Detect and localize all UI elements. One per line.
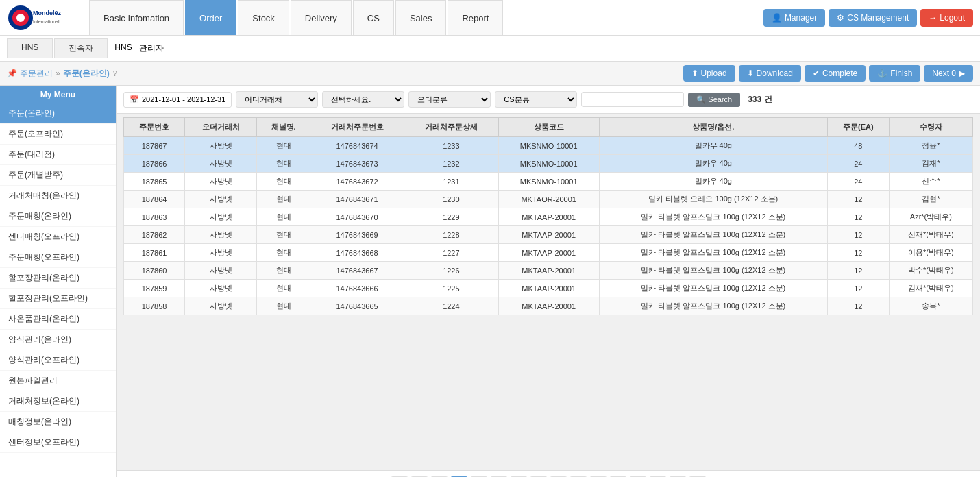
tab-order[interactable]: Order <box>185 0 236 35</box>
select2[interactable]: 선택하세요. <box>322 91 404 108</box>
sidebar-item-order-offline[interactable]: 주문(오프라인) <box>0 124 116 145</box>
sub-user-info: HNS 관리자 <box>114 42 163 54</box>
logout-button[interactable]: → Logout <box>920 9 973 27</box>
sidebar-item-center-info-offline[interactable]: 센터정보(오프라인) <box>0 432 116 453</box>
tab-sales[interactable]: Sales <box>395 0 447 35</box>
table-cell: 신수* <box>889 173 972 191</box>
table-row[interactable]: 187861사방넷현대14768436681227MKTAAP-20001밀카 … <box>124 244 973 262</box>
tab-cs[interactable]: CS <box>353 0 394 35</box>
table-row[interactable]: 187859사방넷현대14768436661225MKTAAP-20001밀카 … <box>124 280 973 297</box>
table-row[interactable]: 187865사방넷현대14768436721231MKSNMO-10001밀카우… <box>124 173 973 191</box>
table-cell: 현대 <box>257 280 310 297</box>
table-cell: 1226 <box>404 262 498 280</box>
sub-hns-label: HNS <box>114 42 132 54</box>
table-cell: MKTAAP-20001 <box>498 262 599 280</box>
sidebar-item-order-individual[interactable]: 주문(개별받주) <box>0 165 116 186</box>
col-order-client: 오더거래처 <box>185 118 257 137</box>
orders-table: 주문번호 오더거래처 채널명. 거래처주문번호 거래처주문상세 상품코드 상품명… <box>123 117 973 315</box>
sidebar-item-order-matching-offline[interactable]: 주문매칭(오프라인) <box>0 247 116 268</box>
table-row[interactable]: 187864사방넷현대14768436711230MKTAOR-20001밀카 … <box>124 191 973 208</box>
cs-type-select[interactable]: CS분류 <box>495 91 577 108</box>
order-client-select[interactable]: 어디거래처전체사방넷 <box>236 91 318 108</box>
sidebar-item-client-info-online[interactable]: 거래처정보(온라인) <box>0 391 116 412</box>
col-client-order-no: 거래처주문번호 <box>310 118 404 137</box>
logo: Mondelēz International <box>7 4 89 32</box>
table-cell: 사방넷 <box>185 280 257 297</box>
table-cell: MKTAAP-20001 <box>498 297 599 315</box>
next-button[interactable]: Next 0 ▶ <box>924 65 973 82</box>
tab-stock[interactable]: Stock <box>238 0 289 35</box>
finish-button[interactable]: ⚓ Finish <box>869 65 920 82</box>
content-area: 📅 2021-12-01 - 2021-12-31 어디거래처전체사방넷 선택하… <box>117 86 980 477</box>
sidebar-item-yangsik-online[interactable]: 양식관리(온라인) <box>0 330 116 350</box>
sidebar-item-saon-online[interactable]: 사온품관리(온라인) <box>0 309 116 330</box>
order-type-select[interactable]: 오더분류 <box>408 91 491 108</box>
sidebar-item-order-matching-online[interactable]: 주문매칭(온라인) <box>0 206 116 227</box>
table-row[interactable]: 187867사방넷현대14768436741233MKSNMO-10001밀카우… <box>124 137 973 155</box>
table-cell: 12 <box>827 297 889 315</box>
tab-basic-info[interactable]: Basic Infomation <box>89 0 184 35</box>
table-cell: 사방넷 <box>185 262 257 280</box>
tab-report[interactable]: Report <box>448 0 503 35</box>
table-header-row: 주문번호 오더거래처 채널명. 거래처주문번호 거래처주문상세 상품코드 상품명… <box>124 118 973 137</box>
sidebar-item-center-matching-offline[interactable]: 센터매칭(오프라인) <box>0 227 116 247</box>
table-cell: 12 <box>827 226 889 244</box>
download-icon: ⬇ <box>747 69 754 78</box>
col-recipient: 수령자 <box>889 118 972 137</box>
upload-button[interactable]: ⬆ Upload <box>683 65 735 82</box>
help-icon[interactable]: ? <box>113 69 117 77</box>
table-cell: 신재*(박태우) <box>889 226 972 244</box>
svg-text:Mondelēz: Mondelēz <box>33 10 62 16</box>
table-row[interactable]: 187862사방넷현대14768436691228MKTAAP-20001밀카 … <box>124 226 973 244</box>
table-cell: 1476843667 <box>310 262 404 280</box>
table-cell: 현대 <box>257 244 310 262</box>
manager-button[interactable]: 👤 Manager <box>763 9 825 27</box>
sidebar-item-order-agency[interactable]: 주문(대리점) <box>0 145 116 165</box>
sidebar-item-order-online[interactable]: 주문(온라인) <box>0 103 116 124</box>
sidebar-item-wonbon-file[interactable]: 원본파일관리 <box>0 371 116 391</box>
search-button[interactable]: 🔍 Search <box>688 93 740 107</box>
table-row[interactable]: 187866사방넷현대14768436731232MKSNMO-10001밀카우… <box>124 155 973 173</box>
col-product-code: 상품코드 <box>498 118 599 137</box>
sidebar-item-matching-info-online[interactable]: 매칭정보(온라인) <box>0 412 116 432</box>
col-channel: 채널명. <box>257 118 310 137</box>
table-cell: 현대 <box>257 137 310 155</box>
upload-icon: ⬆ <box>691 69 698 78</box>
table-row[interactable]: 187858사방넷현대14768436651224MKTAAP-20001밀카 … <box>124 297 973 315</box>
breadcrumb-parent[interactable]: 주문관리 <box>20 68 53 80</box>
sub-tabs: HNS 전속자 <box>7 38 108 58</box>
table-cell: 현대 <box>257 173 310 191</box>
table-cell: 박수*(박태우) <box>889 262 972 280</box>
tab-delivery[interactable]: Delivery <box>291 0 352 35</box>
table-cell: 12 <box>827 191 889 208</box>
breadcrumb-current[interactable]: 주문(온라인) <box>63 68 110 80</box>
sidebar-item-promotion-online[interactable]: 할포장관리(온라인) <box>0 268 116 289</box>
cs-management-button[interactable]: ⚙ CS Management <box>829 9 917 27</box>
table-cell: 187862 <box>124 226 185 244</box>
my-menu-label: My Menu <box>0 86 116 103</box>
sidebar-item-promotion-offline[interactable]: 할포장관리(오프라인) <box>0 289 116 309</box>
table-cell: MKTAAP-20001 <box>498 226 599 244</box>
table-cell: 1227 <box>404 244 498 262</box>
date-range-picker[interactable]: 📅 2021-12-01 - 2021-12-31 <box>123 92 232 108</box>
complete-button[interactable]: ✔ Complete <box>805 65 866 82</box>
sub-tab-hns[interactable]: HNS <box>7 38 53 58</box>
table-row[interactable]: 187860사방넷현대14768436671226MKTAAP-20001밀카 … <box>124 262 973 280</box>
action-buttons: ⬆ Upload ⬇ Download ✔ Complete ⚓ Finish … <box>683 65 973 82</box>
date-range-value: 2021-12-01 - 2021-12-31 <box>142 95 225 103</box>
download-button[interactable]: ⬇ Download <box>739 65 801 82</box>
sidebar-item-client-matching-online[interactable]: 거래처매칭(온라인) <box>0 186 116 206</box>
table-cell: 밀카 타블렛 알프스밀크 100g (12X12 소분) <box>599 244 827 262</box>
data-table-container: 주문번호 오더거래처 채널명. 거래처주문번호 거래처주문상세 상품코드 상품명… <box>117 114 980 470</box>
sidebar-item-yangsik-offline[interactable]: 양식관리(오프라인) <box>0 350 116 371</box>
table-cell: 밀카 타블렛 오레오 100g (12X12 소분) <box>599 191 827 208</box>
search-input[interactable] <box>581 92 684 107</box>
table-row[interactable]: 187863사방넷현대14768436701229MKTAAP-20001밀카 … <box>124 208 973 226</box>
table-cell: 1231 <box>404 173 498 191</box>
table-cell: 김재* <box>889 155 972 173</box>
table-cell: MKTAOR-20001 <box>498 191 599 208</box>
table-cell: 187861 <box>124 244 185 262</box>
sub-tab-jeonsokja[interactable]: 전속자 <box>54 38 108 58</box>
table-body: 187867사방넷현대14768436741233MKSNMO-10001밀카우… <box>124 137 973 315</box>
table-cell: Azr*(박태우) <box>889 208 972 226</box>
